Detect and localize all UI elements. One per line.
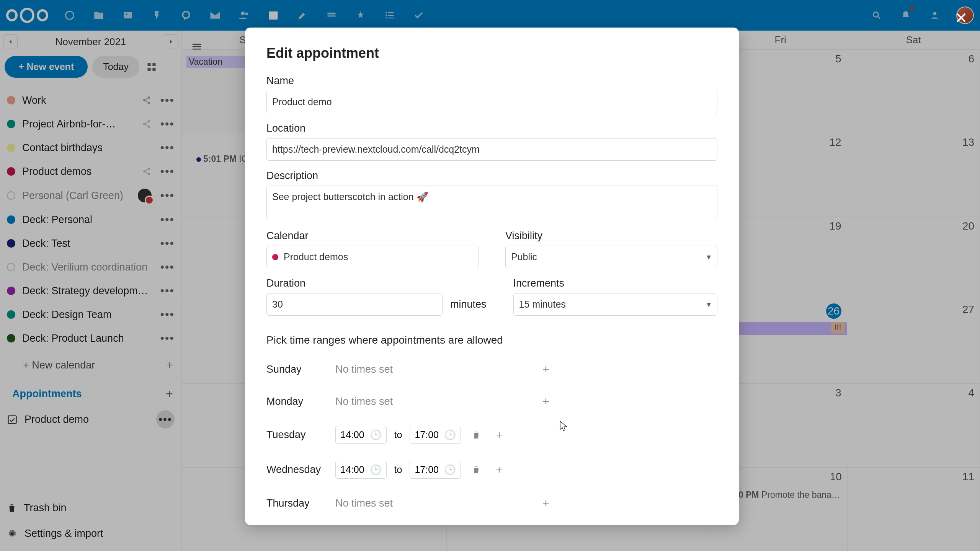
chevron-down-icon: ▾ bbox=[707, 300, 711, 310]
day-name: Wednesday bbox=[266, 464, 328, 476]
no-times-label: No times set bbox=[335, 396, 393, 408]
delete-range-icon[interactable] bbox=[469, 427, 484, 443]
clock-icon: 🕒 bbox=[370, 429, 382, 440]
to-label: to bbox=[394, 464, 402, 475]
add-range-icon[interactable]: + bbox=[492, 462, 507, 478]
time-range-row: ThursdayNo times set + bbox=[266, 487, 717, 519]
clock-icon: 🕒 bbox=[444, 429, 456, 440]
location-input[interactable] bbox=[266, 138, 717, 161]
visibility-label: Visibility bbox=[505, 230, 717, 242]
edit-appointment-modal: Edit appointment Name Location Descripti… bbox=[245, 28, 739, 525]
time-range-row: SundayNo times set + bbox=[266, 353, 717, 385]
time-to-input[interactable]: 17:00🕒 bbox=[410, 461, 461, 479]
description-label: Description bbox=[266, 170, 717, 182]
time-range-row: Tuesday14:00🕒 to 17:00🕒 + bbox=[266, 417, 717, 452]
day-name: Tuesday bbox=[266, 429, 328, 441]
description-input[interactable] bbox=[266, 186, 717, 219]
time-range-row: Wednesday14:00🕒 to 17:00🕒 + bbox=[266, 452, 717, 487]
no-times-label: No times set bbox=[335, 364, 393, 375]
location-label: Location bbox=[266, 122, 717, 134]
visibility-select[interactable]: Public ▾ bbox=[505, 246, 717, 268]
clock-icon: 🕒 bbox=[370, 464, 382, 475]
modal-title: Edit appointment bbox=[266, 45, 717, 61]
duration-label: Duration bbox=[266, 277, 487, 289]
add-range-icon[interactable]: + bbox=[538, 362, 554, 377]
duration-input[interactable] bbox=[266, 293, 443, 316]
time-range-row: MondayNo times set + bbox=[266, 385, 717, 417]
chevron-down-icon: ▾ bbox=[707, 252, 711, 262]
name-input[interactable] bbox=[266, 91, 717, 113]
to-label: to bbox=[394, 429, 402, 440]
day-name: Sunday bbox=[266, 364, 328, 375]
calendar-select[interactable]: Product demos bbox=[266, 246, 479, 268]
duration-unit: minutes bbox=[450, 298, 487, 310]
time-to-input[interactable]: 17:00🕒 bbox=[410, 426, 461, 444]
name-label: Name bbox=[266, 75, 717, 87]
close-modal-icon[interactable]: ✕ bbox=[955, 9, 968, 27]
clock-icon: 🕒 bbox=[444, 464, 456, 475]
time-from-input[interactable]: 14:00🕒 bbox=[335, 426, 387, 444]
add-range-icon[interactable]: + bbox=[538, 496, 554, 511]
time-ranges-title: Pick time ranges where appointments are … bbox=[266, 334, 717, 346]
calendar-label: Calendar bbox=[266, 230, 479, 242]
no-times-label: No times set bbox=[335, 497, 393, 509]
day-name: Thursday bbox=[266, 497, 328, 509]
add-range-icon[interactable]: + bbox=[492, 427, 507, 443]
day-name: Monday bbox=[266, 396, 328, 408]
delete-range-icon[interactable] bbox=[469, 462, 484, 478]
increments-label: Increments bbox=[513, 277, 717, 289]
increments-select[interactable]: 15 minutes ▾ bbox=[513, 293, 717, 316]
time-from-input[interactable]: 14:00🕒 bbox=[335, 461, 387, 479]
add-range-icon[interactable]: + bbox=[538, 394, 554, 409]
